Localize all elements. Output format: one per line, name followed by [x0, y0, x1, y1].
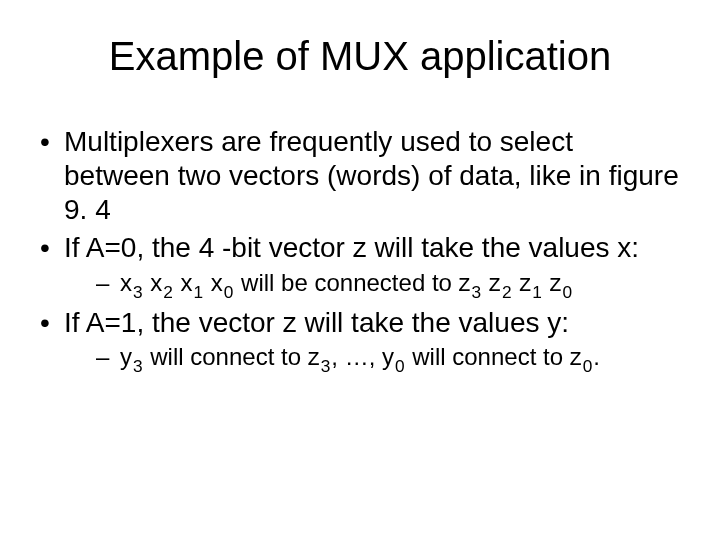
- subscript: 0: [224, 282, 234, 302]
- sub-item-2-1: x3 x2 x1 x0 will be connected to z3 z2 z…: [90, 268, 686, 302]
- t: will connect to z: [406, 343, 582, 370]
- slide-title: Example of MUX application: [34, 34, 686, 79]
- subscript: 3: [321, 356, 331, 376]
- t: x: [144, 269, 163, 296]
- subscript: 3: [472, 282, 482, 302]
- sub-item-3-1: y3 will connect to z3, …, y0 will connec…: [90, 342, 686, 376]
- subscript: 2: [163, 282, 173, 302]
- t: z: [543, 269, 562, 296]
- t: x: [204, 269, 223, 296]
- subscript: 2: [502, 282, 512, 302]
- t: y: [120, 343, 132, 370]
- slide: Example of MUX application Multiplexers …: [0, 0, 720, 540]
- t: z: [512, 269, 531, 296]
- subscript: 0: [583, 356, 593, 376]
- bullet-item-2-text: If A=0, the 4 -bit vector z will take th…: [64, 232, 639, 263]
- bullet-item-3-text: If A=1, the vector z will take the value…: [64, 307, 569, 338]
- subscript: 1: [532, 282, 542, 302]
- bullet-item-2: If A=0, the 4 -bit vector z will take th…: [34, 231, 686, 301]
- subscript: 1: [194, 282, 204, 302]
- subscript: 3: [133, 356, 143, 376]
- subscript: 3: [133, 282, 143, 302]
- t: will be connected to z: [234, 269, 470, 296]
- t: .: [593, 343, 600, 370]
- subscript: 0: [562, 282, 572, 302]
- subscript: 0: [395, 356, 405, 376]
- t: z: [482, 269, 501, 296]
- t: x: [174, 269, 193, 296]
- bullet-item-1: Multiplexers are frequently used to sele…: [34, 125, 686, 227]
- sub-list-3: y3 will connect to z3, …, y0 will connec…: [64, 342, 686, 376]
- sub-list-2: x3 x2 x1 x0 will be connected to z3 z2 z…: [64, 268, 686, 302]
- t: , …, y: [331, 343, 394, 370]
- t: x: [120, 269, 132, 296]
- bullet-item-3: If A=1, the vector z will take the value…: [34, 306, 686, 376]
- bullet-list: Multiplexers are frequently used to sele…: [34, 125, 686, 376]
- t: will connect to z: [144, 343, 320, 370]
